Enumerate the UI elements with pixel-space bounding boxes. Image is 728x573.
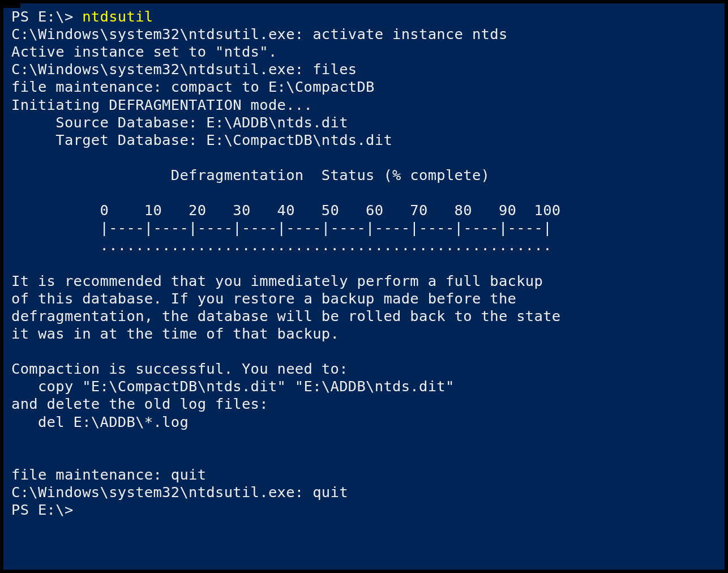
output-line: Active instance set to "ntds". [11,43,277,60]
output-line: It is recommended that you immediately p… [11,272,543,289]
output-line: of this database. If you restore a backu… [11,290,516,307]
ps-prompt: PS E:\> [11,501,74,518]
ps-prompt: PS E:\> [11,8,82,25]
output-line: defragmentation, the database will be ro… [11,307,560,324]
progress-ruler: |----|----|----|----|----|----|----|----… [11,219,552,236]
powershell-terminal[interactable]: PS E:\> ntdsutil C:\Windows\system32\ntd… [3,3,725,570]
progress-dots: ........................................… [11,237,552,254]
output-line: copy "E:\CompactDB\ntds.dit" "E:\ADDB\nt… [11,378,455,395]
window-title-fragment [3,0,20,8]
output-line: Initiating DEFRAGMENTATION mode... [11,96,312,113]
output-line: and delete the old log files: [11,395,268,412]
output-line: C:\Windows\system32\ntdsutil.exe: files [11,61,357,78]
output-line: file maintenance: quit [11,466,206,483]
command-input: ntdsutil [82,8,153,25]
output-line: file maintenance: compact to E:\CompactD… [11,78,375,95]
output-line: C:\Windows\system32\ntdsutil.exe: activa… [11,25,508,42]
output-line: Compaction is successful. You need to: [11,360,348,377]
output-line: C:\Windows\system32\ntdsutil.exe: quit [11,484,348,501]
output-line: Source Database: E:\ADDB\ntds.dit [11,114,348,131]
output-line: del E:\ADDB\*.log [11,413,189,430]
progress-scale: 0 10 20 30 40 50 60 70 80 90 100 [11,202,560,219]
defrag-status-header: Defragmentation Status (% complete) [11,166,490,183]
output-line: it was in at the time of that backup. [11,325,339,342]
output-line: Target Database: E:\CompactDB\ntds.dit [11,131,392,148]
